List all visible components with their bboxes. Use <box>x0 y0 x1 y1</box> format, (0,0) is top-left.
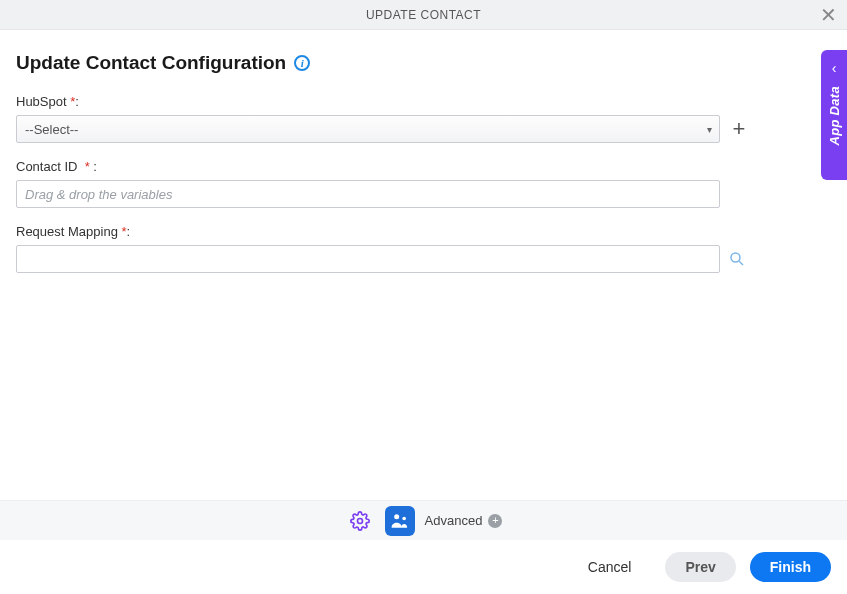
contact-id-field: Contact ID * : <box>16 159 827 208</box>
hubspot-row: --Select-- ▾ + <box>16 115 827 143</box>
advanced-button[interactable]: Advanced + <box>425 513 503 528</box>
required-marker: * <box>85 159 90 174</box>
info-icon[interactable]: i <box>294 55 310 71</box>
gear-icon <box>350 511 370 531</box>
hubspot-field: HubSpot *: --Select-- ▾ + <box>16 94 827 143</box>
modal-footer: Cancel Prev Finish <box>0 540 847 594</box>
svg-point-0 <box>731 253 740 262</box>
plus-circle-icon: + <box>488 514 502 528</box>
contacts-button[interactable] <box>385 506 415 536</box>
svg-point-3 <box>394 514 399 519</box>
contact-id-label-text: Contact ID <box>16 159 77 174</box>
section-title-text: Update Contact Configuration <box>16 52 286 74</box>
update-contact-modal: UPDATE CONTACT ✕ Update Contact Configur… <box>0 0 847 594</box>
chevron-left-icon: ‹ <box>832 60 837 76</box>
svg-line-1 <box>739 261 743 265</box>
finish-button[interactable]: Finish <box>750 552 831 582</box>
contact-id-label: Contact ID * : <box>16 159 827 174</box>
svg-point-2 <box>357 518 362 523</box>
request-mapping-label: Request Mapping *: <box>16 224 827 239</box>
advanced-label: Advanced <box>425 513 483 528</box>
settings-button[interactable] <box>345 506 375 536</box>
request-mapping-row <box>16 245 827 273</box>
hubspot-label-text: HubSpot <box>16 94 67 109</box>
request-mapping-label-text: Request Mapping <box>16 224 118 239</box>
request-mapping-field: Request Mapping *: <box>16 224 827 273</box>
bottom-toolbar: Advanced + <box>0 500 847 540</box>
hubspot-label: HubSpot *: <box>16 94 827 109</box>
hubspot-select-wrap: --Select-- ▾ <box>16 115 720 143</box>
modal-header: UPDATE CONTACT ✕ <box>0 0 847 30</box>
modal-body: Update Contact Configuration i HubSpot *… <box>0 30 847 500</box>
hubspot-select[interactable]: --Select-- <box>16 115 720 143</box>
close-icon[interactable]: ✕ <box>820 5 837 25</box>
contacts-icon <box>390 511 410 531</box>
required-marker: * <box>122 224 127 239</box>
svg-point-4 <box>402 516 406 520</box>
section-title: Update Contact Configuration i <box>16 52 827 74</box>
search-icon[interactable] <box>728 250 746 268</box>
add-hubspot-button[interactable]: + <box>730 120 748 138</box>
required-marker: * <box>70 94 75 109</box>
request-mapping-input[interactable] <box>16 245 720 273</box>
cancel-button[interactable]: Cancel <box>568 552 652 582</box>
modal-title: UPDATE CONTACT <box>366 8 481 22</box>
contact-id-input[interactable] <box>16 180 720 208</box>
prev-button[interactable]: Prev <box>665 552 735 582</box>
app-data-label: App Data <box>827 86 842 145</box>
app-data-tab[interactable]: ‹ App Data <box>821 50 847 180</box>
